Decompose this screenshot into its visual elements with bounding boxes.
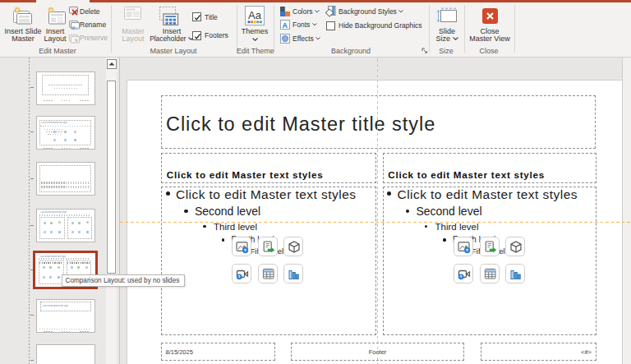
svg-text:A: A [283, 21, 288, 30]
svg-text:Aa: Aa [248, 9, 262, 21]
